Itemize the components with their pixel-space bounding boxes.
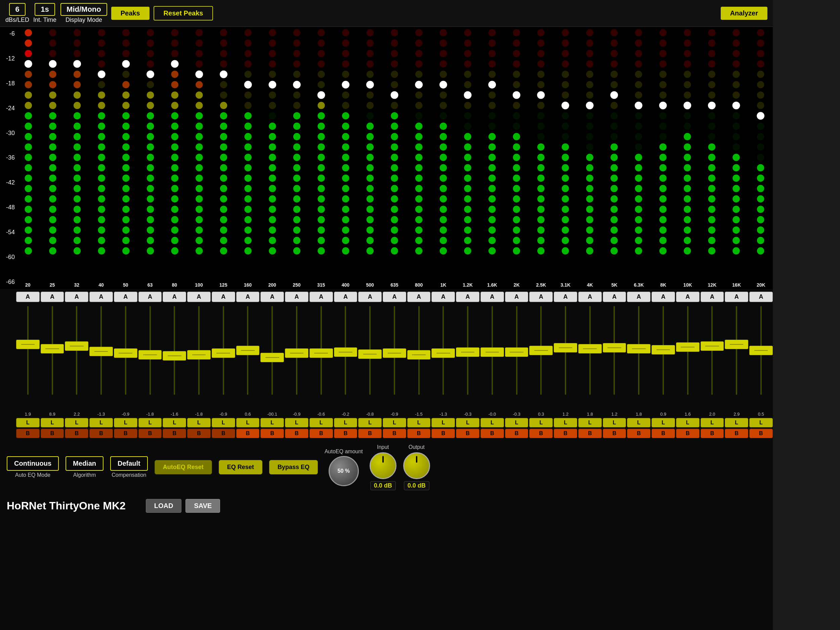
b-button[interactable]: B xyxy=(163,429,186,438)
a-button[interactable]: A xyxy=(334,292,357,302)
continuous-button[interactable]: Continuous xyxy=(7,456,59,471)
a-button[interactable]: A xyxy=(676,292,699,302)
b-button[interactable]: B xyxy=(578,429,602,438)
b-button[interactable]: B xyxy=(236,429,260,438)
fader-thumb[interactable] xyxy=(456,347,480,357)
a-button[interactable]: A xyxy=(65,292,88,302)
fader-thumb[interactable] xyxy=(627,344,651,354)
a-button[interactable]: A xyxy=(41,292,64,302)
a-button[interactable]: A xyxy=(431,292,455,302)
a-button[interactable]: A xyxy=(725,292,748,302)
l-button[interactable]: L xyxy=(236,418,260,427)
a-button[interactable]: A xyxy=(163,292,186,302)
fader-thumb[interactable] xyxy=(41,344,64,354)
b-button[interactable]: B xyxy=(627,429,651,438)
l-button[interactable]: L xyxy=(652,418,675,427)
fader-thumb[interactable] xyxy=(676,343,699,352)
a-button[interactable]: A xyxy=(187,292,211,302)
b-button[interactable]: B xyxy=(358,429,382,438)
fader-thumb[interactable] xyxy=(701,341,724,351)
a-button[interactable]: A xyxy=(114,292,137,302)
reset-peaks-button[interactable]: Reset Peaks xyxy=(153,6,213,21)
l-button[interactable]: L xyxy=(163,418,186,427)
b-button[interactable]: B xyxy=(383,429,406,438)
a-button[interactable]: A xyxy=(529,292,553,302)
autoeq-reset-button[interactable]: AutoEQ Reset xyxy=(155,460,212,474)
b-button[interactable]: B xyxy=(285,429,308,438)
b-button[interactable]: B xyxy=(114,429,137,438)
b-button[interactable]: B xyxy=(456,429,480,438)
l-button[interactable]: L xyxy=(456,418,480,427)
l-button[interactable]: L xyxy=(358,418,382,427)
l-button[interactable]: L xyxy=(261,418,284,427)
bypass-eq-button[interactable]: Bypass EQ xyxy=(269,460,318,474)
fader-thumb[interactable] xyxy=(309,349,333,358)
a-button[interactable]: A xyxy=(407,292,431,302)
l-button[interactable]: L xyxy=(309,418,333,427)
a-button[interactable]: A xyxy=(16,292,39,302)
fader-thumb[interactable] xyxy=(114,349,137,358)
analyzer-button[interactable]: Analyzer xyxy=(721,7,767,20)
b-button[interactable]: B xyxy=(749,429,773,438)
fader-thumb[interactable] xyxy=(187,350,211,360)
fader-thumb[interactable] xyxy=(65,341,88,351)
l-button[interactable]: L xyxy=(676,418,699,427)
l-button[interactable]: L xyxy=(749,418,773,427)
l-button[interactable]: L xyxy=(187,418,211,427)
fader-thumb[interactable] xyxy=(358,349,382,359)
fader-thumb[interactable] xyxy=(139,350,162,360)
fader-thumb[interactable] xyxy=(212,349,235,358)
a-button[interactable]: A xyxy=(358,292,382,302)
b-button[interactable]: B xyxy=(529,429,553,438)
a-button[interactable]: A xyxy=(309,292,333,302)
display-mode-control[interactable]: Mid/Mono xyxy=(60,3,107,16)
a-button[interactable]: A xyxy=(285,292,308,302)
a-button[interactable]: A xyxy=(652,292,675,302)
fader-thumb[interactable] xyxy=(652,345,675,354)
fader-thumb[interactable] xyxy=(725,340,748,349)
fader-thumb[interactable] xyxy=(529,346,553,355)
a-button[interactable]: A xyxy=(627,292,651,302)
a-button[interactable]: A xyxy=(456,292,480,302)
b-button[interactable]: B xyxy=(505,429,529,438)
l-button[interactable]: L xyxy=(114,418,137,427)
b-button[interactable]: B xyxy=(65,429,88,438)
l-button[interactable]: L xyxy=(431,418,455,427)
a-button[interactable]: A xyxy=(212,292,235,302)
b-button[interactable]: B xyxy=(187,429,211,438)
b-button[interactable]: B xyxy=(334,429,357,438)
l-button[interactable]: L xyxy=(65,418,88,427)
a-button[interactable]: A xyxy=(554,292,577,302)
b-button[interactable]: B xyxy=(89,429,113,438)
fader-thumb[interactable] xyxy=(236,346,260,355)
fader-thumb[interactable] xyxy=(163,351,186,360)
l-button[interactable]: L xyxy=(89,418,113,427)
a-button[interactable]: A xyxy=(236,292,260,302)
input-knob[interactable] xyxy=(369,452,396,479)
fader-thumb[interactable] xyxy=(16,340,39,349)
l-button[interactable]: L xyxy=(407,418,431,427)
dbs-led-control[interactable]: 6 xyxy=(9,3,25,16)
peaks-button[interactable]: Peaks xyxy=(111,7,150,20)
a-button[interactable]: A xyxy=(603,292,626,302)
a-button[interactable]: A xyxy=(749,292,773,302)
save-button[interactable]: SAVE xyxy=(185,499,220,513)
l-button[interactable]: L xyxy=(578,418,602,427)
l-button[interactable]: L xyxy=(41,418,64,427)
l-button[interactable]: L xyxy=(212,418,235,427)
a-button[interactable]: A xyxy=(701,292,724,302)
b-button[interactable]: B xyxy=(261,429,284,438)
eq-reset-button[interactable]: EQ Reset xyxy=(219,460,262,474)
l-button[interactable]: L xyxy=(603,418,626,427)
b-button[interactable]: B xyxy=(701,429,724,438)
b-button[interactable]: B xyxy=(652,429,675,438)
l-button[interactable]: L xyxy=(139,418,162,427)
default-button[interactable]: Default xyxy=(110,456,148,471)
l-button[interactable]: L xyxy=(480,418,504,427)
a-button[interactable]: A xyxy=(383,292,406,302)
b-button[interactable]: B xyxy=(309,429,333,438)
a-button[interactable]: A xyxy=(139,292,162,302)
a-button[interactable]: A xyxy=(89,292,113,302)
a-button[interactable]: A xyxy=(480,292,504,302)
autoeq-knob[interactable]: 50 % xyxy=(328,456,359,486)
